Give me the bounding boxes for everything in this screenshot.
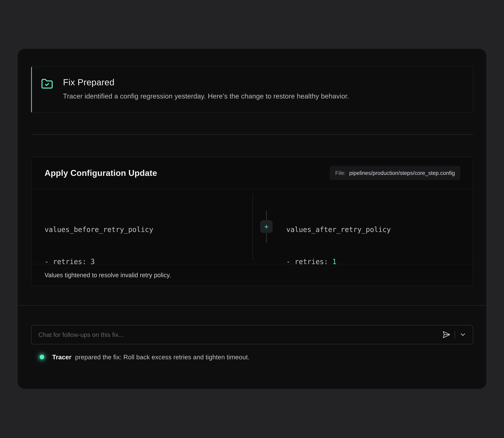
chat-toolbar-separator xyxy=(455,331,455,339)
chat-input[interactable] xyxy=(38,331,442,338)
status-message: prepared the fix: Roll back excess retri… xyxy=(75,353,250,361)
folder-check-icon xyxy=(41,78,53,90)
status-dot-icon xyxy=(40,355,44,359)
plus-icon: + xyxy=(264,222,268,231)
page-title: Fix Prepared xyxy=(63,77,349,87)
before-retries-value: 3 xyxy=(91,258,95,266)
after-retries-value: 1 xyxy=(332,258,336,266)
apply-config-update-panel: Apply Configuration Update File: pipelin… xyxy=(31,157,473,286)
apply-plus-button[interactable]: + xyxy=(260,220,273,233)
after-retries-line: - retries: 1 xyxy=(286,254,391,270)
after-name: values_after_retry_policy xyxy=(286,222,391,237)
hero-text: Fix Prepared Tracer identified a config … xyxy=(63,77,349,100)
status-agent-name: Tracer xyxy=(52,353,72,361)
section-divider xyxy=(31,134,473,135)
footer-divider xyxy=(18,305,486,306)
send-icon xyxy=(442,330,450,339)
file-path: pipelines/production/steps/core_step.con… xyxy=(349,170,455,176)
options-button[interactable] xyxy=(459,331,467,339)
config-diff: values_before_retry_policy - retries: 3 … xyxy=(31,189,473,264)
before-name: values_before_retry_policy xyxy=(44,222,153,237)
values-before-block: values_before_retry_policy - retries: 3 … xyxy=(44,205,153,286)
page-background: { "theme": { "accent": "#5BE9C3", "page_… xyxy=(0,0,504,438)
panel-header: Apply Configuration Update File: pipelin… xyxy=(31,157,473,189)
panel-title: Apply Configuration Update xyxy=(44,168,157,178)
before-retries-label: - retries: xyxy=(44,258,91,266)
fix-prepared-banner: Fix Prepared Tracer identified a config … xyxy=(31,67,473,113)
fix-card: Fix Prepared Tracer identified a config … xyxy=(18,49,486,389)
status-text: Tracerprepared the fix: Roll back excess… xyxy=(52,353,249,361)
after-retries-label: - retries: xyxy=(286,258,332,266)
chat-bar xyxy=(31,325,473,344)
hero-subtitle: Tracer identified a config regression ye… xyxy=(63,92,349,100)
diff-dashed-divider xyxy=(252,194,253,260)
values-after-block: values_after_retry_policy - retries: 1 t… xyxy=(286,205,391,286)
before-retries-line: - retries: 3 xyxy=(44,254,153,270)
file-path-chip: File: pipelines/production/steps/core_st… xyxy=(330,166,461,180)
file-label: File: xyxy=(335,170,346,176)
chevron-down-icon xyxy=(459,331,467,339)
send-button[interactable] xyxy=(442,330,450,339)
agent-status-row: Tracerprepared the fix: Roll back excess… xyxy=(31,352,249,362)
